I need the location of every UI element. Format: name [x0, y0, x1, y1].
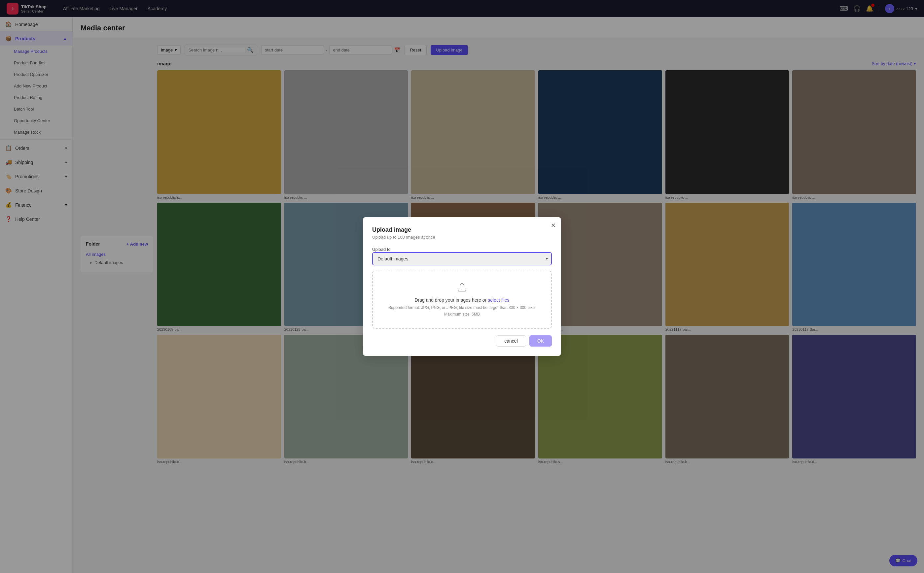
modal-subtitle: Upload up to 100 images at once — [372, 235, 552, 240]
ok-button[interactable]: OK — [529, 335, 552, 347]
drop-zone-text: Drag and drop your images here or select… — [380, 297, 544, 303]
upload-image-modal: ✕ Upload image Upload up to 100 images a… — [363, 217, 561, 355]
modal-overlay: ✕ Upload image Upload up to 100 images a… — [0, 0, 924, 573]
modal-title: Upload image — [372, 226, 552, 233]
drop-text: Drag and drop your images here or — [414, 297, 486, 303]
drop-zone-hint-format: Supported format: JPG, PNG, or JPEG; fil… — [380, 305, 544, 311]
upload-icon — [380, 282, 544, 295]
upload-to-label: Upload to — [372, 247, 391, 252]
drop-zone[interactable]: Drag and drop your images here or select… — [372, 271, 552, 329]
modal-footer: cancel OK — [372, 335, 552, 347]
cancel-button[interactable]: cancel — [496, 335, 526, 347]
upload-to-select-wrap: Default images ▾ — [372, 252, 552, 265]
select-files-link[interactable]: select files — [488, 297, 509, 303]
upload-to-select[interactable]: Default images — [372, 252, 552, 265]
modal-close-button[interactable]: ✕ — [551, 222, 556, 229]
drop-zone-hint-size: Maximum size: 5MB — [380, 311, 544, 318]
